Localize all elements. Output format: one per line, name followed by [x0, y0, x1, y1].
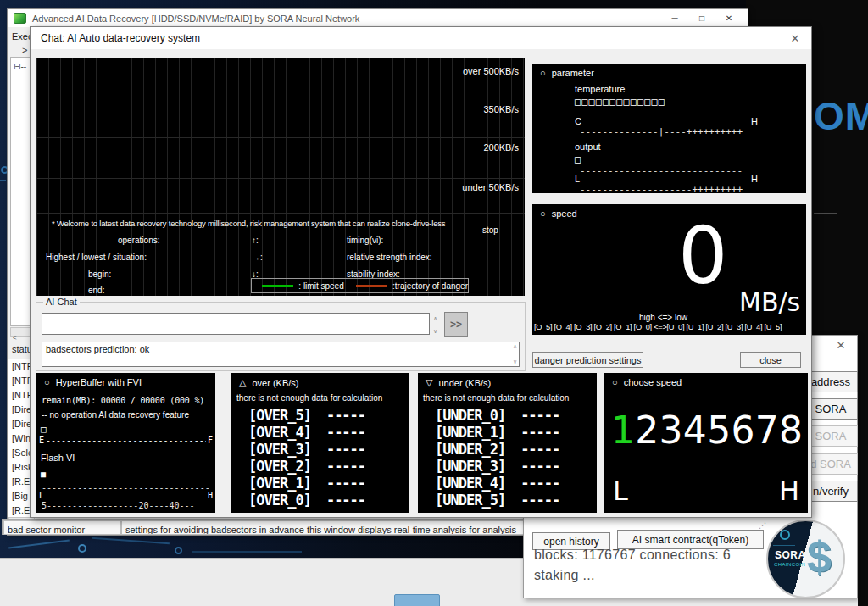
tree-expander-icon[interactable]: ⊟--	[14, 62, 26, 71]
group-label: HyperBuffer with FVI	[56, 377, 142, 387]
spinner-down-icon[interactable]: ∨	[433, 327, 442, 335]
cold-label: C	[575, 116, 581, 126]
maximize-icon[interactable]: □	[688, 10, 715, 27]
chart-row-label: begin:	[88, 270, 111, 279]
flash-scale: 5------------------20----40---	[42, 501, 195, 510]
speed-group: ○ speed 0 MB/s high <=> low [O_5] [O_4] …	[532, 204, 806, 335]
sidebar-chevron[interactable]: >	[22, 45, 27, 55]
speed-digit-selected[interactable]: 1	[611, 412, 635, 449]
chart-stop-label: stop	[482, 225, 498, 235]
speed-chart: over 500KB/s 350KB/s 200KB/s under 50KB/…	[36, 58, 525, 296]
speed-digit[interactable]: 7	[755, 412, 779, 449]
ai-chat-group-label: AI Chat	[43, 297, 80, 307]
chart-row-label: timing(vi):	[347, 236, 383, 245]
choose-speed-group: ○ choose speed 1 2 3 4 5 6 7 8 L H	[604, 373, 808, 513]
button-label: address	[811, 375, 850, 388]
main-window-title: Advanced AI Data Recovery [HDD/SSD/NVMe/…	[32, 14, 359, 24]
speed-digit[interactable]: 3	[659, 412, 683, 449]
chart-ylabel: 200KB/s	[483, 142, 519, 153]
radio-icon[interactable]: ○	[540, 208, 546, 219]
danger-prediction-settings-button[interactable]: danger prediction settings	[532, 352, 643, 368]
dialog-close-button[interactable]: close	[740, 352, 801, 368]
output-track: -----------------------------	[580, 165, 743, 176]
radio-icon[interactable]: ○	[540, 68, 546, 78]
legend-limit-label: : limit speed	[298, 281, 343, 291]
circuit-trace	[0, 180, 6, 181]
minimize-icon[interactable]: ─	[661, 10, 688, 27]
speed-digit[interactable]: 8	[779, 412, 803, 449]
fuel-meter[interactable]: E --------------------------------------…	[39, 436, 213, 445]
temperature-scale[interactable]: --------------|----++++++++++	[580, 126, 743, 137]
up-arrow-label: ↑:	[252, 236, 259, 245]
dialog-titlebar: Chat: AI Auto data-recovery system ✕	[31, 27, 811, 49]
over-group: △ over (KB/s) there is not enough data f…	[231, 373, 409, 513]
remain-text: remain(MB): 00000 / 00000 (000 %)	[42, 396, 204, 405]
statusbar-text: settings for avoiding badsectors in adva…	[122, 524, 516, 535]
output-label: output	[575, 142, 601, 152]
fuel-marker: □	[41, 424, 47, 435]
background-blue-button[interactable]	[394, 594, 440, 606]
danger-line	[356, 285, 387, 287]
fuel-track: ----------------------------------------	[46, 436, 206, 445]
under-row: [UNDER_0]-----	[435, 407, 559, 424]
hot-label: H	[751, 116, 758, 126]
over-row: [OVER_2]-----	[248, 458, 365, 475]
under-row: [UNDER_2]-----	[435, 441, 559, 458]
temperature-blocks-meter: □□□□□□□□□□□□□	[575, 96, 665, 108]
output-block-meter: □	[575, 153, 581, 165]
under-row: [UNDER_1]-----	[435, 424, 559, 441]
button-label: >>	[450, 319, 462, 331]
high-label: H	[208, 491, 213, 500]
speed-digit[interactable]: 6	[731, 412, 754, 449]
input-spinner[interactable]: ∧ ∨	[433, 314, 442, 335]
button-label: open history	[543, 536, 598, 548]
ai-smart-contract-button[interactable]: AI smart contract(qToken)	[617, 530, 764, 549]
radio-icon[interactable]: ○	[612, 377, 618, 387]
output-scale[interactable]: --------------------+++++++++	[580, 184, 743, 195]
coin-circuit-trace	[773, 545, 795, 546]
over-row: [OVER_1]-----	[248, 475, 365, 492]
close-icon[interactable]: ✕	[782, 32, 808, 45]
coin-brand-text: SORA	[775, 549, 806, 561]
ai-chat-group: AI Chat ∧ ∨ >> badsectors prediction: ok…	[36, 302, 526, 371]
ai-chat-output-text: badsectors prediction: ok	[46, 344, 149, 354]
over-row: [OVER_4]-----	[248, 424, 365, 441]
over-row: [OVER_0]-----	[248, 492, 365, 509]
chat-dialog: Chat: AI Auto data-recovery system ✕ ove…	[30, 26, 812, 518]
background-dash-decoration	[814, 213, 837, 214]
under-note: there is not enough data for calculation	[423, 393, 569, 403]
speed-digit[interactable]: 2	[635, 412, 659, 449]
statusbar-cell: bad sector monitor	[3, 520, 121, 535]
button-label: danger prediction settings	[535, 355, 642, 365]
scroll-left-icon[interactable]: <	[11, 334, 17, 342]
desktop: OM Advanced AI Data Recovery [HDD/SSD/NV…	[0, 0, 868, 606]
over-row: [OVER_3]-----	[248, 441, 365, 458]
close-icon[interactable]: ✕	[829, 339, 853, 354]
ai-chat-output[interactable]: badsectors prediction: ok ∧ ∨	[42, 342, 520, 367]
under-row: [UNDER_5]-----	[435, 492, 559, 509]
background-brand-text: OM	[814, 93, 868, 139]
speed-digit[interactable]: 4	[683, 412, 707, 449]
scroll-up-icon[interactable]: ∧	[513, 343, 517, 350]
resize-grip-icon: ⋰	[759, 521, 766, 530]
ai-chat-input[interactable]	[42, 313, 430, 335]
chart-end-label: end:	[88, 286, 104, 295]
scroll-down-icon[interactable]: ∨	[513, 359, 517, 365]
group-label: over (KB/s)	[252, 378, 298, 388]
spinner-up-icon[interactable]: ∧	[433, 314, 442, 322]
chart-row-label: relative strength index:	[347, 253, 432, 262]
chart-row-label: Highest / lowest / situation:	[46, 253, 147, 262]
close-icon[interactable]: ✕	[715, 10, 743, 27]
speed-digit[interactable]: 5	[707, 412, 731, 449]
radio-icon[interactable]: ○	[44, 377, 50, 387]
send-button[interactable]: >>	[444, 312, 468, 337]
high-label: H	[751, 174, 758, 184]
circuit-trace	[192, 551, 302, 553]
staking-status-text: staking ...	[534, 568, 595, 583]
chart-ylabel: under 50KB/s	[462, 182, 519, 192]
app-icon	[14, 13, 26, 24]
over-note: there is not enough data for calculation	[236, 393, 382, 403]
under-row: [UNDER_4]-----	[435, 475, 559, 492]
legend-danger-label: :trajectory of danger	[392, 281, 468, 291]
empty-label: E	[39, 436, 44, 445]
